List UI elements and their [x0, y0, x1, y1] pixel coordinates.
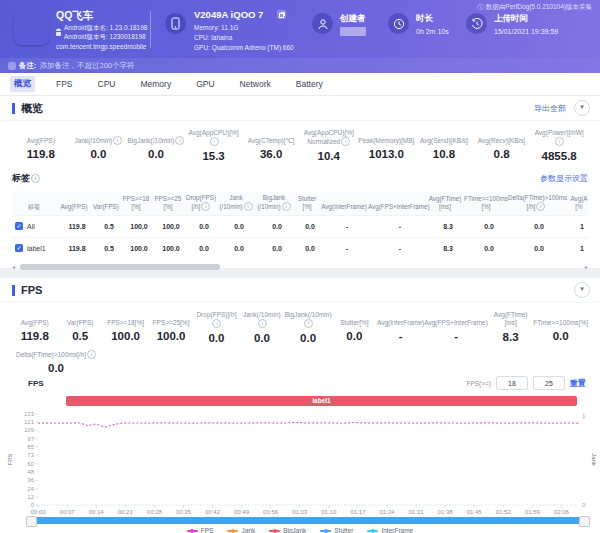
stat-item: Stutter[%]0.0	[332, 311, 377, 344]
scrollbar-right-handle[interactable]	[579, 516, 590, 527]
tab-CPU[interactable]: CPU	[94, 77, 120, 91]
note-icon	[8, 62, 16, 70]
info-icon[interactable]: i	[304, 319, 313, 328]
column-header: Avg(FPS)	[56, 203, 92, 212]
stat-item: Avg(CTemp)[℃]36.0	[242, 129, 300, 162]
stat-value: 100.0	[148, 330, 193, 342]
fps-threshold-input-2[interactable]	[533, 376, 565, 390]
tab-FPS[interactable]: FPS	[52, 77, 77, 91]
note-bar[interactable]: 备注: 添加备注，不超过200个字符	[0, 58, 600, 73]
tab-Network[interactable]: Network	[236, 77, 275, 91]
collapse-overview-button[interactable]: ▾	[574, 100, 590, 116]
row-label-cell: ✓label1	[12, 244, 59, 252]
stat-item: Avg(Send)[KB/s]10.8	[415, 129, 473, 162]
info-icon[interactable]: i	[258, 319, 267, 328]
cell: 119.8	[59, 245, 95, 252]
info-icon[interactable]: i	[87, 350, 96, 359]
fps-chart-svg[interactable]: 1331211099785736048362412000:0000:0700:1…	[0, 408, 600, 520]
stat-item: Jank(/10min)i0.0	[70, 129, 128, 162]
stat-label: Avg(FPS+InterFrame)	[424, 311, 488, 327]
stat-value: 0.0	[239, 332, 284, 344]
scrollbar-thumb[interactable]	[20, 264, 220, 270]
cell: 100.0	[123, 245, 155, 252]
legend-label: InterFrame	[381, 527, 413, 533]
tab-Battery[interactable]: Battery	[292, 77, 327, 91]
legend-item-BigJank[interactable]: BigJank	[269, 527, 306, 533]
checkbox-checked[interactable]: ✓	[15, 244, 23, 252]
device-memory: Memory: 11.1G	[194, 24, 238, 31]
cell: 0.0	[511, 223, 567, 230]
svg-text:60: 60	[27, 461, 34, 467]
copy-icon[interactable]	[277, 10, 286, 19]
stat-label: Avg(Send)[KB/s]	[415, 129, 473, 145]
info-icon[interactable]: i	[113, 136, 122, 145]
stat-item: Avg(AppCPU)[%]Normalizedi10.4	[300, 129, 358, 162]
duration-value: 0h 2m 10s	[416, 28, 449, 35]
legend-swatch-icon	[227, 530, 238, 532]
cell: 0.0	[187, 223, 221, 230]
cell: 1	[567, 223, 588, 230]
stat-label: Avg(AppCPU)[%]i	[185, 129, 243, 147]
info-icon[interactable]: i	[341, 137, 350, 146]
stat-value: 0.0	[70, 148, 128, 160]
svg-text:00:42: 00:42	[205, 509, 221, 515]
column-header: BigJank(/10min)i	[254, 194, 294, 212]
info-icon[interactable]: i	[175, 136, 184, 145]
tab-GPU[interactable]: GPU	[192, 77, 218, 91]
svg-text:24: 24	[27, 486, 34, 492]
svg-text:FPS: FPS	[7, 454, 13, 466]
stat-value: 0.5	[57, 330, 102, 342]
info-icon[interactable]: i	[536, 202, 545, 211]
cell: 0.0	[297, 223, 323, 230]
labels-table-scrollbar[interactable]: ◂ ▸	[12, 263, 588, 271]
column-header: Drop(FPS)[/h]i	[184, 194, 218, 212]
stat-label: Avg(AppCPU)[%]Normalizedi	[300, 129, 358, 147]
info-icon[interactable]: i	[210, 137, 219, 146]
stat-label: Avg(FPS)	[12, 129, 70, 145]
scroll-left-icon[interactable]: ◂	[12, 263, 15, 271]
info-icon[interactable]: i	[212, 319, 221, 328]
legend-item-InterFrame[interactable]: InterFrame	[367, 527, 413, 533]
cell: 100.0	[123, 223, 155, 230]
scrollbar-left-handle[interactable]	[26, 516, 37, 527]
label1-annotation-bar[interactable]: label1	[66, 396, 577, 406]
collector-note: ⓘ 数据由PerfDog(5.0.210104)版本采集	[477, 3, 592, 12]
column-header: Avg(FTime)[ms]	[426, 195, 464, 212]
tab-Memory[interactable]: Memory	[136, 77, 175, 91]
stat-label: Avg(InterFrame)	[377, 311, 424, 327]
svg-text:97: 97	[27, 436, 34, 442]
stat-label: Jank(/10min)i	[70, 129, 128, 145]
legend-item-FPS[interactable]: FPS	[187, 527, 214, 533]
legend-item-Jank[interactable]: Jank	[227, 527, 255, 533]
stat-value: 0.0	[533, 330, 588, 342]
svg-text:00:14: 00:14	[89, 509, 105, 515]
tab-概览[interactable]: 概览	[10, 76, 35, 92]
reset-button[interactable]: 重置	[570, 378, 586, 389]
export-all-link[interactable]: 导出全部	[534, 103, 566, 114]
cell: 0.0	[257, 245, 297, 252]
svg-text:01:45: 01:45	[467, 509, 483, 515]
info-icon[interactable]: i	[31, 174, 40, 183]
checkbox-checked[interactable]: ✓	[15, 222, 23, 230]
fps-threshold-input-1[interactable]	[496, 376, 528, 390]
collapse-fps-button[interactable]: ▾	[574, 282, 590, 298]
legend-item-Stutter[interactable]: Stutter	[320, 527, 353, 533]
chart-time-scrollbar[interactable]	[28, 517, 588, 524]
stat-value: 0.8	[473, 148, 531, 160]
legend-swatch-icon	[320, 530, 331, 532]
svg-text:0: 0	[31, 502, 35, 508]
info-icon[interactable]: i	[244, 202, 253, 211]
info-icon[interactable]: i	[201, 202, 210, 211]
fps-section-title: FPS	[12, 285, 42, 296]
info-icon[interactable]: i	[555, 137, 564, 146]
stat-label: Drop(FPS)[/h]i	[194, 311, 239, 329]
stat-label: Var(FPS)	[57, 311, 102, 327]
legend-swatch-icon	[367, 530, 378, 532]
param-display-settings-link[interactable]: 参数显示设置	[540, 173, 588, 184]
row-label: label1	[27, 245, 46, 252]
legend-label: Stutter	[334, 527, 353, 533]
cell: 0.0	[511, 245, 567, 252]
cell: 0.0	[187, 245, 221, 252]
info-icon[interactable]: i	[282, 202, 291, 211]
scroll-right-icon[interactable]: ▸	[585, 263, 588, 271]
